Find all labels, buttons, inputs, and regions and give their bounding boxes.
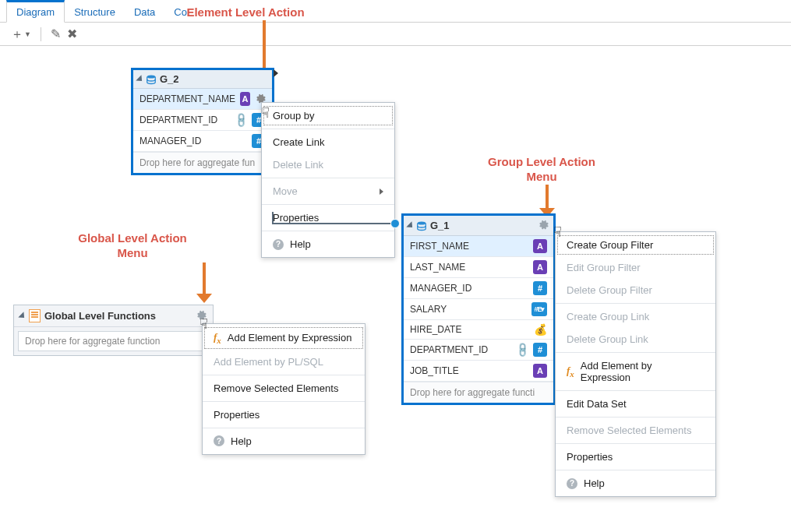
- menu-help[interactable]: ?Help: [556, 472, 715, 495]
- global-functions: Global Level Functions Drop here for agg…: [13, 305, 214, 356]
- toolbar-separator: [41, 27, 41, 41]
- menu-help[interactable]: ?Help: [203, 430, 365, 453]
- field-hire-date[interactable]: HIRE_DATE💰: [404, 320, 553, 340]
- arrow-global: [196, 262, 212, 303]
- gear-icon[interactable]: [538, 219, 549, 232]
- dataset-icon: [146, 74, 157, 85]
- menu-delete-group-link: Delete Group Link: [556, 328, 715, 351]
- type-badge-alpha: A: [240, 92, 250, 106]
- link-icon: 🔗: [514, 341, 531, 358]
- menu-remove-selected: Remove Selected Elements: [556, 419, 715, 442]
- svg-point-0: [147, 75, 156, 78]
- g1-dropzone[interactable]: Drop here for aggregate functi: [404, 382, 553, 403]
- field-last-name[interactable]: LAST_NAMEA: [404, 257, 553, 278]
- gear-icon[interactable]: [196, 309, 207, 322]
- add-button[interactable]: ＋▼: [11, 28, 31, 41]
- expand-icon[interactable]: [406, 221, 415, 230]
- global-functions-header[interactable]: Global Level Functions: [14, 305, 213, 327]
- menu-add-element-expr[interactable]: fxAdd Element by Expression: [556, 354, 715, 389]
- fx-icon: fx: [214, 331, 221, 345]
- group-g1-title: G_1: [430, 220, 535, 231]
- connector-dot: [390, 219, 400, 228]
- document-icon: [29, 309, 41, 322]
- annotation-global: Global Level Action Menu: [51, 231, 214, 261]
- menu-move: Move: [262, 180, 394, 203]
- dataset-icon: [416, 220, 427, 231]
- group-g2: G_2 DEPARTMENT_NAME A DEPARTMENT_ID 🔗 # …: [131, 68, 274, 175]
- group-g1: G_1 FIRST_NAMEA LAST_NAMEA MANAGER_ID# S…: [401, 213, 556, 405]
- menu-edit-group-filter: Edit Group Filter: [556, 256, 715, 279]
- menu-create-link[interactable]: Create Link: [262, 131, 394, 153]
- expand-icon[interactable]: [136, 75, 144, 83]
- type-badge-date: 💰: [534, 323, 547, 336]
- menu-properties[interactable]: Properties: [262, 206, 394, 229]
- menu-add-element-expr[interactable]: fxAdd Element by Expression: [203, 326, 365, 351]
- element-menu: Group by Create Link Delete Link Move Pr…: [261, 102, 395, 258]
- toolbar: ＋▼ ✎ ✖: [0, 23, 791, 46]
- type-badge-alpha: A: [533, 260, 547, 274]
- field-job-title[interactable]: JOB_TITLEA: [404, 361, 553, 382]
- group-g2-title: G_2: [160, 73, 267, 85]
- help-icon: ?: [567, 478, 577, 489]
- global-dropzone[interactable]: Drop here for aggregate function: [18, 331, 209, 351]
- diagram-canvas: Element Level Action Group Level Action …: [0, 45, 791, 532]
- connector: [272, 223, 395, 224]
- type-badge-expr: #E▾: [531, 302, 547, 316]
- menu-properties[interactable]: Properties: [556, 446, 715, 468]
- group-g2-header[interactable]: G_2: [133, 70, 272, 89]
- menu-help[interactable]: ?Help: [262, 233, 394, 255]
- type-badge-number: #: [533, 343, 547, 357]
- menu-edit-data-set[interactable]: Edit Data Set: [556, 393, 715, 415]
- field-manager-id[interactable]: MANAGER_ID #: [133, 131, 272, 152]
- type-badge-alpha: A: [533, 239, 547, 253]
- output-handle[interactable]: [274, 69, 278, 77]
- svg-point-1: [418, 221, 426, 224]
- menu-remove-selected[interactable]: Remove Selected Elements: [203, 377, 365, 400]
- group-menu: Create Group Filter Edit Group Filter De…: [555, 231, 716, 497]
- tab-code[interactable]: Co: [164, 2, 196, 22]
- menu-delete-group-filter: Delete Group Filter: [556, 279, 715, 301]
- delete-button[interactable]: ✖: [67, 28, 77, 41]
- menu-group-by[interactable]: Group by: [262, 104, 394, 127]
- field-department-name[interactable]: DEPARTMENT_NAME A: [133, 89, 272, 110]
- group-g1-header[interactable]: G_1: [404, 216, 553, 236]
- edit-button[interactable]: ✎: [51, 28, 61, 41]
- field-department-id[interactable]: DEPARTMENT_ID🔗#: [404, 340, 553, 361]
- menu-delete-link: Delete Link: [262, 153, 394, 176]
- menu-create-group-link: Create Group Link: [556, 305, 715, 328]
- fx-icon: fx: [567, 365, 574, 379]
- menu-properties[interactable]: Properties: [203, 403, 365, 426]
- menu-add-element-plsql: Add Element by PL/SQL: [203, 351, 365, 373]
- g2-dropzone[interactable]: Drop here for aggregate fun: [133, 152, 272, 173]
- menu-create-group-filter[interactable]: Create Group Filter: [556, 234, 715, 256]
- tab-structure[interactable]: Structure: [65, 2, 125, 22]
- help-icon: ?: [273, 239, 284, 250]
- tab-bar: Diagram Structure Data Co: [0, 0, 791, 23]
- arrow-group: [539, 185, 555, 217]
- field-first-name[interactable]: FIRST_NAMEA: [404, 236, 553, 257]
- field-manager-id[interactable]: MANAGER_ID#: [404, 278, 553, 299]
- field-department-id[interactable]: DEPARTMENT_ID 🔗 #: [133, 110, 272, 131]
- tab-diagram[interactable]: Diagram: [6, 0, 65, 23]
- help-icon: ?: [214, 435, 224, 446]
- field-salary[interactable]: SALARY#E▾: [404, 299, 553, 320]
- expand-icon[interactable]: [18, 312, 26, 320]
- link-icon: 🔗: [232, 111, 249, 129]
- type-badge-number: #: [533, 281, 547, 295]
- global-menu: fxAdd Element by Expression Add Element …: [202, 323, 365, 455]
- tab-data[interactable]: Data: [125, 2, 164, 22]
- annotation-group: Group Level Action Menu: [464, 155, 620, 185]
- type-badge-alpha: A: [533, 364, 547, 378]
